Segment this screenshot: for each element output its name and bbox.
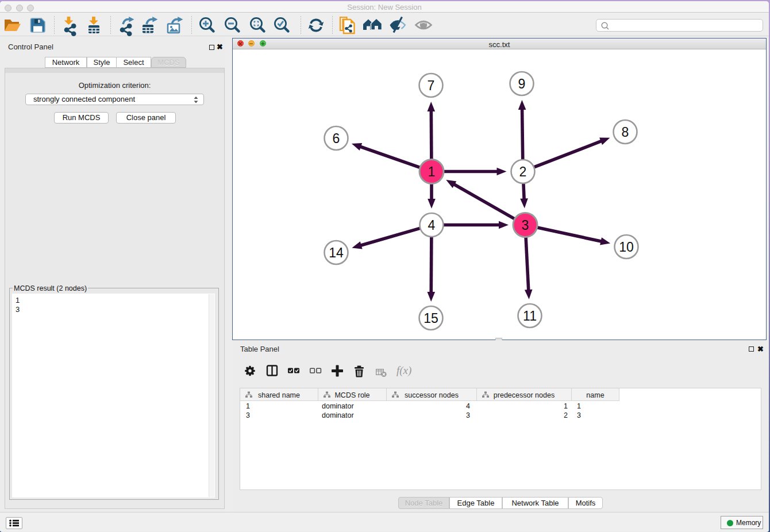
svg-text:14: 14 (329, 245, 344, 260)
svg-text:4: 4 (428, 218, 435, 233)
svg-text:f(x): f(x) (396, 364, 411, 377)
svg-text:10: 10 (619, 240, 634, 255)
svg-text:3: 3 (521, 218, 529, 233)
svg-text:6: 6 (332, 131, 340, 146)
svg-text:11: 11 (523, 309, 537, 323)
svg-text:2: 2 (519, 164, 526, 179)
svg-text:7: 7 (427, 78, 434, 93)
svg-text:9: 9 (518, 76, 525, 91)
svg-text:15: 15 (424, 311, 438, 326)
svg-text:1: 1 (428, 164, 435, 179)
svg-text:8: 8 (621, 125, 629, 140)
